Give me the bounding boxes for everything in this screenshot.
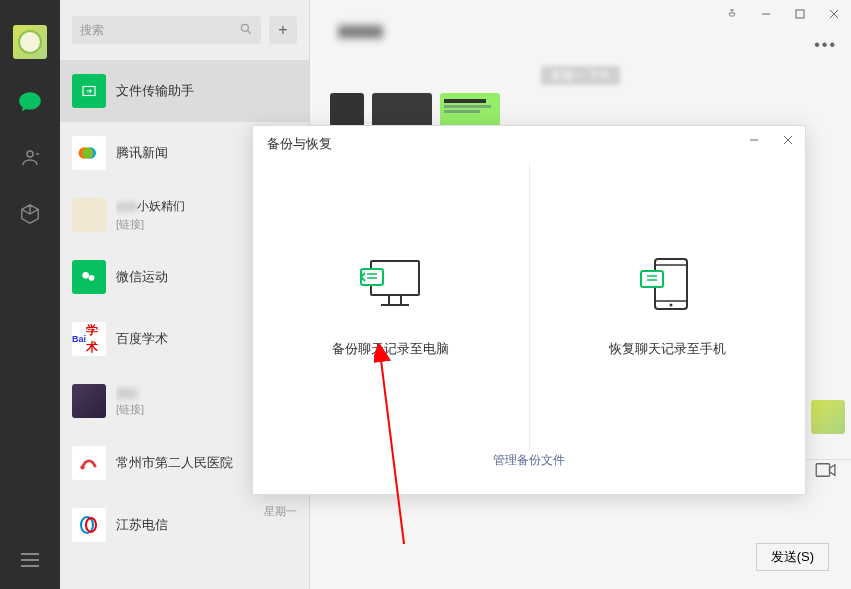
- dialog-title: 备份与恢复: [267, 135, 332, 153]
- restore-label: 恢复聊天记录至手机: [609, 340, 726, 358]
- add-button[interactable]: +: [269, 16, 297, 44]
- user-avatar[interactable]: [13, 25, 47, 59]
- search-icon: [239, 22, 253, 39]
- svg-point-8: [80, 465, 84, 469]
- chat-item-file-transfer[interactable]: 文件传输助手: [60, 60, 309, 122]
- dialog-minimize-icon[interactable]: [737, 126, 771, 154]
- chat-name: 文件传输助手: [116, 82, 297, 100]
- phone-icon: [635, 257, 699, 316]
- pin-icon[interactable]: [715, 0, 749, 28]
- search-input[interactable]: [80, 23, 239, 37]
- message-avatar[interactable]: [330, 93, 364, 127]
- chat-avatar-icon: [72, 136, 106, 170]
- contacts-icon[interactable]: [17, 145, 43, 171]
- titlebar: ▮▮▮▮▮ •••: [310, 0, 851, 60]
- svg-rect-12: [796, 10, 804, 18]
- date-pill: 星期一 下午: [541, 66, 619, 85]
- more-icon[interactable]: •••: [814, 36, 837, 54]
- svg-point-0: [241, 24, 248, 31]
- cube-icon[interactable]: [17, 201, 43, 227]
- svg-line-1: [248, 30, 251, 33]
- chat-item[interactable]: [60, 556, 309, 576]
- manage-backup-link[interactable]: 管理备份文件: [493, 453, 565, 467]
- chat-avatar-icon: [72, 446, 106, 480]
- svg-point-29: [670, 303, 673, 306]
- close-icon[interactable]: [817, 0, 851, 28]
- svg-rect-30: [641, 271, 663, 287]
- chat-icon[interactable]: [17, 89, 43, 115]
- computer-icon: [359, 257, 423, 316]
- chat-avatar-icon: Bai学术: [72, 322, 106, 356]
- restore-to-phone-option[interactable]: 恢复聊天记录至手机: [530, 162, 806, 452]
- backup-restore-dialog: 备份与恢复 备份聊天记录至电脑: [252, 125, 806, 495]
- chat-item-telecom[interactable]: 江苏电信 星期一: [60, 494, 309, 556]
- svg-point-5: [82, 147, 94, 159]
- chat-title: ▮▮▮▮▮: [338, 21, 383, 40]
- chat-name: 小妖精们: [137, 199, 185, 213]
- svg-point-7: [89, 275, 95, 281]
- minimize-icon[interactable]: [749, 0, 783, 28]
- chat-avatar-icon: [72, 198, 106, 232]
- search-box[interactable]: [72, 16, 261, 44]
- nav-rail: [0, 0, 60, 589]
- backup-label: 备份聊天记录至电脑: [332, 340, 449, 358]
- chat-avatar-icon: [72, 74, 106, 108]
- chat-avatar-icon: [72, 260, 106, 294]
- dialog-close-icon[interactable]: [771, 126, 805, 154]
- maximize-icon[interactable]: [783, 0, 817, 28]
- svg-point-6: [82, 272, 89, 279]
- chat-avatar-icon: [72, 384, 106, 418]
- self-avatar[interactable]: [811, 400, 845, 434]
- send-button[interactable]: 发送(S): [756, 543, 829, 571]
- menu-icon[interactable]: [17, 547, 43, 573]
- backup-to-pc-option[interactable]: 备份聊天记录至电脑: [253, 162, 530, 452]
- chat-avatar-icon: [72, 508, 106, 542]
- dialog-header: 备份与恢复: [253, 126, 805, 162]
- window-controls: [715, 0, 851, 28]
- chat-time: 星期一: [264, 504, 297, 519]
